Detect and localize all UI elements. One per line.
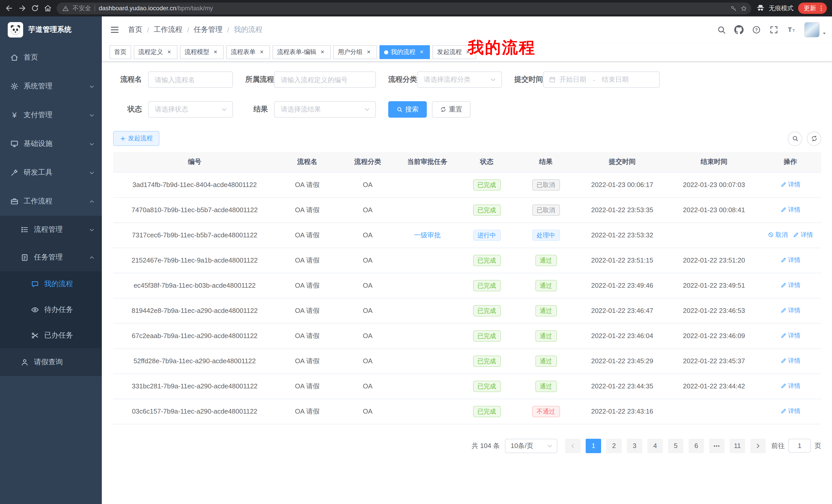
cell-current-task — [397, 273, 458, 298]
process-name-input[interactable] — [148, 72, 233, 88]
detail-link[interactable]: 详情 — [780, 331, 800, 340]
edit-icon — [780, 181, 786, 188]
next-page-button[interactable] — [750, 439, 766, 453]
search-icon[interactable] — [717, 25, 726, 34]
detail-link[interactable]: 详情 — [780, 180, 800, 189]
star-icon[interactable] — [740, 5, 747, 11]
sidebar-item-system-management[interactable]: 系统管理 — [0, 72, 102, 101]
close-icon[interactable]: × — [464, 49, 471, 56]
breadcrumb-item[interactable]: 工作流程 — [154, 25, 183, 34]
reload-icon[interactable] — [31, 4, 39, 12]
detail-link[interactable]: 详情 — [780, 205, 800, 214]
tab-流程定义[interactable]: 流程定义× — [134, 45, 177, 59]
sidebar-item-process-management[interactable]: 流程管理 — [0, 216, 102, 244]
category-select[interactable]: 请选择流程分类 — [417, 72, 502, 88]
page-button-6[interactable]: 6 — [688, 439, 704, 453]
goto-page-input[interactable] — [788, 439, 811, 453]
hamburger-icon[interactable] — [109, 25, 120, 35]
close-icon[interactable]: × — [319, 49, 326, 56]
detail-link[interactable]: 详情 — [780, 407, 800, 416]
caret-down-icon[interactable] — [822, 31, 827, 36]
page-button-2[interactable]: 2 — [606, 439, 622, 453]
tab-流程表单-编辑[interactable]: 流程表单-编辑× — [272, 45, 331, 59]
page-button-3[interactable]: 3 — [627, 439, 642, 453]
page-button-1[interactable]: 1 — [586, 439, 601, 453]
close-icon[interactable]: × — [258, 49, 265, 56]
search-button[interactable]: 搜索 — [388, 101, 427, 118]
tab-发起流程[interactable]: 发起流程× — [433, 45, 476, 59]
user-avatar[interactable] — [804, 22, 820, 37]
logo-panda-icon — [8, 22, 23, 37]
breadcrumb-item: 我的流程 — [234, 25, 262, 34]
key-icon[interactable] — [730, 5, 737, 11]
github-icon[interactable] — [734, 25, 744, 34]
date-range-picker[interactable]: 开始日期 - 结束日期 — [543, 72, 660, 88]
refresh-table-button[interactable] — [807, 131, 821, 146]
breadcrumb-separator: / — [147, 26, 149, 34]
cell-process-name: OA 请假 — [276, 222, 338, 248]
detail-link[interactable]: 详情 — [780, 306, 800, 315]
breadcrumb-item[interactable]: 任务管理 — [194, 25, 223, 34]
sidebar-item-payment-management[interactable]: ¥支付管理 — [0, 101, 102, 130]
detail-link[interactable]: 详情 — [793, 231, 813, 240]
process-definition-input[interactable] — [274, 72, 376, 88]
detail-link[interactable]: 详情 — [780, 382, 800, 390]
address-bar[interactable]: 不安全 dashboard.yudao.iocoder.cn/bpm/task/… — [57, 2, 751, 14]
detail-link[interactable]: 详情 — [780, 357, 800, 365]
tab-用户分组[interactable]: 用户分组× — [333, 45, 377, 59]
browser-home-icon[interactable] — [44, 4, 52, 12]
close-icon[interactable]: × — [418, 49, 425, 56]
cell-actions: 详情 — [759, 399, 821, 424]
detail-link[interactable]: 详情 — [780, 281, 800, 290]
sidebar-item-infrastructure[interactable]: 基础设施 — [0, 130, 102, 158]
page-size-select[interactable]: 10条/页 — [505, 439, 557, 453]
help-icon[interactable]: ? — [752, 25, 761, 34]
font-size-icon[interactable]: TT — [787, 25, 796, 34]
app-title: 芋道管理系统 — [28, 25, 72, 34]
app-logo[interactable]: 芋道管理系统 — [0, 17, 102, 43]
tab-流程表单[interactable]: 流程表单× — [226, 45, 270, 59]
cell-actions: 详情 — [759, 373, 821, 399]
sidebar-item-leave-query[interactable]: 请假查询 — [0, 348, 102, 376]
close-icon[interactable]: × — [212, 49, 219, 56]
result-select[interactable]: 请选择流结果 — [274, 101, 376, 118]
sidebar-item-label: 基础设施 — [24, 139, 89, 148]
prev-page-button[interactable] — [565, 439, 580, 453]
page-button-4[interactable]: 4 — [647, 439, 663, 453]
tab-流程模型[interactable]: 流程模型× — [180, 45, 224, 59]
sidebar-item-done-tasks[interactable]: 已办任务 — [0, 323, 102, 348]
close-icon[interactable]: × — [165, 49, 173, 56]
page-button-5[interactable]: 5 — [668, 439, 683, 453]
tab-首页[interactable]: 首页 — [109, 45, 131, 59]
current-task-link[interactable]: 一级审批 — [414, 231, 441, 239]
sidebar-item-dev-tools[interactable]: 研发工具 — [0, 158, 102, 187]
close-icon[interactable]: × — [365, 49, 372, 56]
sidebar-item-label: 研发工具 — [24, 168, 89, 177]
svg-text:?: ? — [755, 27, 758, 32]
tab-我的流程[interactable]: 我的流程× — [380, 45, 430, 59]
sidebar-item-home[interactable]: 首页 — [0, 43, 102, 72]
cell-submit-time: 2022-01-22 23:44:35 — [576, 373, 669, 399]
chevron-down-icon — [547, 443, 553, 449]
forward-icon[interactable] — [18, 4, 26, 12]
sidebar-item-workflow[interactable]: 工作流程 — [0, 187, 102, 216]
page-button-11[interactable]: 11 — [730, 439, 745, 453]
pager-more[interactable]: ••• — [709, 439, 725, 453]
more-vert-icon[interactable] — [817, 5, 825, 12]
status-select[interactable]: 请选择状态 — [148, 101, 233, 118]
sidebar-item-my-process[interactable]: 我的流程 — [0, 271, 102, 297]
detail-link[interactable]: 详情 — [780, 256, 800, 264]
sidebar-item-todo-tasks[interactable]: 待办任务 — [0, 297, 102, 323]
fullscreen-icon[interactable] — [769, 25, 779, 34]
cancel-link[interactable]: 取消 — [768, 231, 788, 240]
reset-button[interactable]: 重置 — [432, 101, 470, 118]
cell-end-time: 2022-01-22 23:46:09 — [669, 323, 759, 348]
sidebar-item-task-management[interactable]: 任务管理 — [0, 244, 102, 271]
update-button[interactable]: 更新 — [798, 3, 827, 14]
cell-current-task — [397, 298, 458, 323]
breadcrumb-item[interactable]: 首页 — [128, 25, 142, 34]
back-icon[interactable] — [5, 4, 14, 12]
sidebar-item-label: 工作流程 — [24, 197, 89, 206]
toggle-search-button[interactable] — [788, 131, 802, 146]
start-process-button[interactable]: 发起流程 — [113, 131, 159, 146]
